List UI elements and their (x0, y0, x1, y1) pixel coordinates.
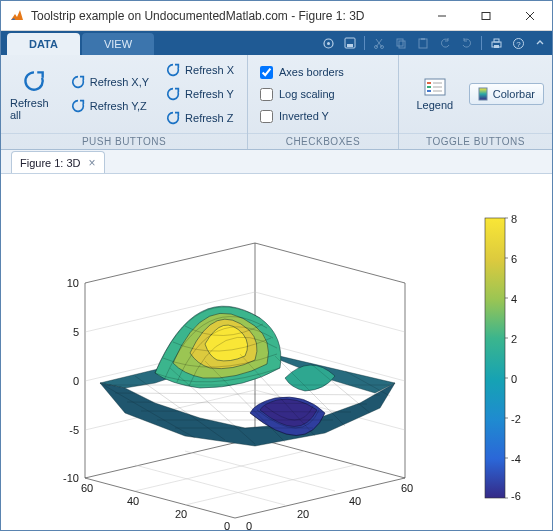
svg-text:-10: -10 (63, 472, 79, 484)
svg-rect-11 (399, 41, 405, 48)
group-label-toggle: TOGGLE BUTTONS (399, 133, 552, 149)
svg-text:0: 0 (511, 373, 517, 385)
svg-text:-6: -6 (511, 490, 521, 502)
window-title: Toolstrip example on UndocumentedMatlab.… (31, 9, 420, 23)
svg-text:40: 40 (349, 495, 361, 507)
svg-text:0: 0 (224, 520, 230, 530)
svg-text:0: 0 (73, 375, 79, 387)
svg-text:60: 60 (81, 482, 93, 494)
document-tab[interactable]: Figure 1: 3D × (11, 151, 105, 173)
svg-rect-12 (419, 39, 427, 48)
document-tab-bar: Figure 1: 3D × (1, 150, 552, 174)
figure-canvas[interactable]: -10 -5 0 5 10 0 20 40 60 0 20 40 60 8 6 … (1, 174, 552, 531)
svg-text:5: 5 (73, 326, 79, 338)
window-close-button[interactable] (508, 2, 552, 30)
svg-rect-7 (347, 44, 353, 47)
close-tab-icon[interactable]: × (89, 156, 96, 170)
gear-icon[interactable] (320, 35, 336, 51)
colorbar-button[interactable]: Colorbar (469, 83, 544, 105)
svg-text:4: 4 (511, 293, 517, 305)
svg-line-38 (135, 451, 305, 491)
svg-rect-16 (494, 45, 499, 48)
svg-text:?: ? (516, 39, 521, 48)
window-minimize-button[interactable] (420, 2, 464, 30)
group-toggle-buttons: Legend Colorbar TOGGLE BUTTONS (399, 55, 552, 149)
svg-line-30 (85, 243, 255, 283)
svg-rect-57 (485, 218, 505, 498)
svg-rect-13 (421, 38, 425, 40)
svg-text:2: 2 (511, 333, 517, 345)
inverted-y-input[interactable] (260, 110, 273, 123)
redo-icon[interactable] (459, 35, 475, 51)
refresh-x-button[interactable]: Refresh X (160, 59, 239, 81)
svg-text:40: 40 (127, 495, 139, 507)
svg-text:60: 60 (401, 482, 413, 494)
group-push-buttons: Refresh all Refresh X,Y Refresh Y,Z (1, 55, 248, 149)
ribbon: Refresh all Refresh X,Y Refresh Y,Z (1, 55, 552, 149)
axes-borders-checkbox[interactable]: Axes borders (260, 62, 344, 82)
svg-text:8: 8 (511, 213, 517, 225)
group-label-checkboxes: CHECKBOXES (248, 133, 398, 149)
group-label-push: PUSH BUTTONS (1, 133, 247, 149)
svg-rect-1 (482, 12, 490, 19)
svg-text:0: 0 (246, 520, 252, 530)
log-scaling-input[interactable] (260, 88, 273, 101)
help-icon[interactable]: ? (510, 35, 526, 51)
undo-icon[interactable] (437, 35, 453, 51)
quick-access-toolbar: ? (320, 31, 548, 55)
refresh-xy-button[interactable]: Refresh X,Y (65, 71, 154, 93)
svg-text:20: 20 (175, 508, 187, 520)
legend-button[interactable]: Legend (411, 61, 459, 127)
svg-text:-4: -4 (511, 453, 521, 465)
matlab-logo-icon (9, 8, 25, 24)
svg-line-31 (255, 243, 405, 283)
tab-view[interactable]: VIEW (82, 33, 154, 55)
paste-icon[interactable] (415, 35, 431, 51)
refresh-all-label: Refresh all (10, 97, 58, 121)
cut-icon[interactable] (371, 35, 387, 51)
log-scaling-checkbox[interactable]: Log scaling (260, 84, 335, 104)
svg-text:-5: -5 (69, 424, 79, 436)
svg-line-41 (185, 451, 335, 491)
print-icon[interactable] (488, 35, 504, 51)
window-maximize-button[interactable] (464, 2, 508, 30)
minimize-ribbon-icon[interactable] (532, 35, 548, 51)
svg-text:6: 6 (511, 253, 517, 265)
save-icon[interactable] (342, 35, 358, 51)
window-titlebar: Toolstrip example on UndocumentedMatlab.… (1, 1, 552, 31)
copy-icon[interactable] (393, 35, 409, 51)
svg-rect-26 (479, 88, 487, 100)
tab-row: DATA VIEW ? (1, 31, 552, 55)
refresh-yz-button[interactable]: Refresh Y,Z (65, 95, 154, 117)
refresh-y-button[interactable]: Refresh Y (160, 83, 239, 105)
svg-text:-2: -2 (511, 413, 521, 425)
inverted-y-checkbox[interactable]: Inverted Y (260, 106, 329, 126)
svg-rect-15 (494, 39, 499, 42)
axes-borders-input[interactable] (260, 66, 273, 79)
tab-data[interactable]: DATA (7, 33, 80, 55)
svg-rect-10 (397, 39, 403, 46)
svg-marker-43 (100, 383, 395, 446)
document-tab-label: Figure 1: 3D (20, 157, 81, 169)
toolstrip: DATA VIEW ? Refresh all (1, 31, 552, 150)
group-checkboxes: Axes borders Log scaling Inverted Y CHEC… (248, 55, 399, 149)
refresh-z-button[interactable]: Refresh Z (160, 107, 239, 129)
svg-text:10: 10 (67, 277, 79, 289)
svg-line-37 (255, 292, 405, 332)
svg-point-5 (327, 42, 330, 45)
svg-text:20: 20 (297, 508, 309, 520)
refresh-all-button[interactable]: Refresh all (9, 61, 59, 127)
surface-plot: -10 -5 0 5 10 0 20 40 60 0 20 40 60 8 6 … (5, 178, 545, 530)
